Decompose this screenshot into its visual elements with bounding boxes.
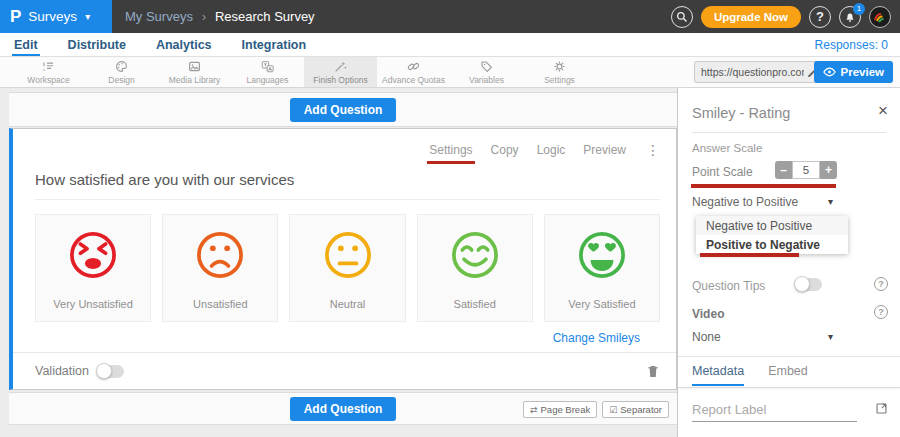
- questionpro-logo-icon: P: [10, 8, 21, 25]
- point-scale-stepper: – 5 +: [775, 161, 837, 179]
- video-select-caret-icon[interactable]: ▾: [828, 331, 833, 342]
- dropdown-option-negative-to-positive[interactable]: Negative to Positive: [696, 216, 848, 235]
- upgrade-now-button[interactable]: Upgrade Now: [701, 6, 801, 28]
- variables-tag-icon: [479, 59, 494, 74]
- question-tips-toggle[interactable]: [795, 278, 822, 291]
- workspace-icon: [41, 59, 56, 74]
- tab-integration[interactable]: Integration: [240, 33, 309, 56]
- header-actions: Upgrade Now ? 1: [671, 6, 891, 28]
- unsatisfied-smiley-icon: [193, 228, 247, 282]
- smiley-option-satisfied[interactable]: Satisfied: [417, 214, 533, 322]
- change-smileys-link[interactable]: Change Smileys: [553, 331, 640, 345]
- tab-embed[interactable]: Embed: [768, 364, 808, 386]
- smiley-option-very-unsatisfied[interactable]: Very Unsatisfied: [35, 214, 151, 322]
- avatar-logo-icon: [872, 9, 888, 25]
- toolbar-item-media-library[interactable]: Media Library: [158, 57, 231, 87]
- toolbar-item-languages[interactable]: Languages: [231, 57, 304, 87]
- satisfied-smiley-icon: [448, 228, 502, 282]
- report-label-row: [692, 400, 888, 422]
- survey-canvas: Add Question Settings Copy Logic Preview…: [0, 88, 677, 437]
- survey-nav-tabs: Edit Distribute Analytics Integration Re…: [0, 33, 900, 57]
- question-tab-copy[interactable]: Copy: [491, 143, 519, 157]
- search-icon: [676, 11, 688, 23]
- point-scale-increase-button[interactable]: +: [820, 161, 837, 179]
- search-button[interactable]: [671, 6, 693, 28]
- separator-button[interactable]: ☑ Separator: [602, 401, 669, 418]
- point-scale-decrease-button[interactable]: –: [775, 161, 792, 179]
- responses-count[interactable]: Responses: 0: [815, 33, 888, 56]
- toolbar-item-design[interactable]: Design: [85, 57, 158, 87]
- toolbar-item-settings[interactable]: Settings: [523, 57, 596, 87]
- help-button[interactable]: ?: [809, 6, 831, 28]
- smiley-option-unsatisfied[interactable]: Unsatisfied: [162, 214, 278, 322]
- survey-url-input[interactable]: [695, 66, 806, 78]
- page-controls: ⇄ Page Break ☑ Separator: [523, 401, 669, 418]
- question-tab-settings[interactable]: Settings: [429, 143, 472, 157]
- toolbar-item-workspace[interactable]: Workspace: [12, 57, 85, 87]
- tab-metadata[interactable]: Metadata: [692, 364, 744, 386]
- panel-tabs-divider: [678, 387, 900, 388]
- change-smileys-row: Change Smileys: [13, 331, 640, 345]
- scale-direction-dropdown: Negative to Positive Positive to Negativ…: [696, 216, 848, 254]
- panel-divider: [692, 132, 886, 133]
- question-tips-row: Question Tips ?: [692, 276, 888, 294]
- product-menu[interactable]: P Surveys ▾: [0, 0, 112, 33]
- page-break-button[interactable]: ⇄ Page Break: [523, 401, 597, 418]
- question-settings-panel: Smiley - Rating × Answer Scale Point Sca…: [677, 88, 900, 437]
- upgrade-now-label: Upgrade Now: [714, 11, 788, 23]
- toolbar-item-finish-options[interactable]: Finish Options: [304, 57, 377, 87]
- question-overflow-menu-icon[interactable]: ⋮: [646, 142, 660, 158]
- close-panel-icon[interactable]: ×: [878, 102, 888, 119]
- smiley-option-neutral[interactable]: Neutral: [289, 214, 405, 322]
- help-icon: ?: [816, 9, 824, 24]
- validation-toggle[interactable]: [97, 365, 124, 378]
- point-scale-value[interactable]: 5: [792, 161, 820, 179]
- notifications-button[interactable]: 1: [839, 6, 861, 28]
- media-library-icon: [187, 59, 202, 74]
- neutral-smiley-icon: [321, 228, 375, 282]
- question-tab-logic[interactable]: Logic: [537, 143, 566, 157]
- scale-direction-select[interactable]: Negative to Positive: [692, 195, 845, 209]
- question-tab-preview[interactable]: Preview: [583, 143, 626, 157]
- validation-label: Validation: [35, 364, 89, 378]
- video-select[interactable]: None: [692, 330, 721, 344]
- expand-report-label-icon[interactable]: [875, 402, 888, 415]
- validation-row: Validation: [13, 352, 676, 389]
- panel-divider-2: [678, 356, 900, 357]
- delete-question-trash-icon[interactable]: [646, 364, 660, 379]
- video-help-icon[interactable]: ?: [874, 305, 888, 319]
- breadcrumb: My Surveys › Research Survey: [125, 9, 315, 24]
- smiley-options-row: Very Unsatisfied Unsatisfied Neutral: [35, 214, 660, 322]
- report-label-input[interactable]: [692, 400, 857, 422]
- top-header: P Surveys ▾ My Surveys › Research Survey…: [0, 0, 900, 33]
- toolbar-item-advance-quotas[interactable]: Advance Quotas: [377, 57, 450, 87]
- product-menu-label: Surveys: [28, 9, 77, 24]
- answer-scale-label: Answer Scale: [692, 142, 762, 154]
- tab-distribute[interactable]: Distribute: [66, 33, 128, 56]
- page-break-icon: ⇄: [530, 405, 538, 415]
- point-scale-label: Point Scale: [692, 165, 753, 179]
- add-question-button-top[interactable]: Add Question: [290, 98, 397, 122]
- tab-edit[interactable]: Edit: [12, 33, 40, 56]
- add-question-strip-top: Add Question: [9, 92, 677, 127]
- question-card-tabs: Settings Copy Logic Preview ⋮: [13, 129, 676, 158]
- breadcrumb-separator-icon: ›: [202, 10, 206, 24]
- questionpro-survey-editor: P Surveys ▾ My Surveys › Research Survey…: [0, 0, 900, 437]
- smiley-option-very-satisfied[interactable]: Very Satisfied: [544, 214, 660, 322]
- question-tips-help-icon[interactable]: ?: [874, 277, 888, 291]
- question-title[interactable]: How satisfied are you with our services: [35, 171, 660, 200]
- toolbar-item-variables[interactable]: Variables: [450, 57, 523, 87]
- preview-button[interactable]: Preview: [814, 61, 893, 83]
- question-tips-label: Question Tips: [692, 279, 765, 293]
- add-question-strip-bottom: Add Question ⇄ Page Break ☑ Separator: [9, 392, 677, 425]
- very-unsatisfied-smiley-icon: [66, 228, 120, 282]
- notification-badge: 1: [853, 3, 865, 15]
- breadcrumb-my-surveys[interactable]: My Surveys: [125, 9, 193, 24]
- scale-direction-caret-icon[interactable]: ▾: [828, 196, 833, 207]
- tab-analytics[interactable]: Analytics: [154, 33, 214, 56]
- user-avatar[interactable]: [869, 6, 891, 28]
- question-card: Settings Copy Logic Preview ⋮ How satisf…: [9, 128, 677, 390]
- add-question-button-bottom[interactable]: Add Question: [290, 397, 397, 421]
- languages-icon: [260, 59, 275, 74]
- dropdown-option-positive-to-negative[interactable]: Positive to Negative: [696, 235, 848, 254]
